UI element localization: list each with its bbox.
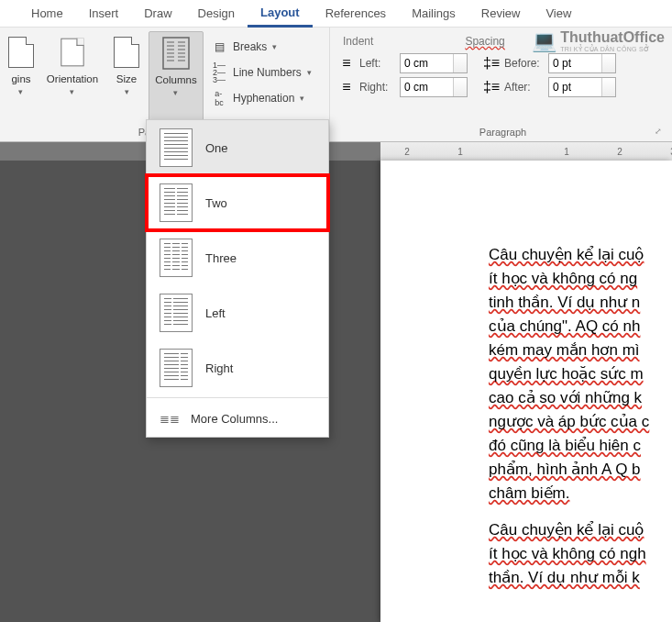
spacing-after-icon: ‡≡ [484,80,499,94]
indent-left-icon: ≡ [339,56,354,71]
margins-button[interactable]: gins▾ [6,31,37,125]
columns-one[interactable]: One [147,120,328,175]
ribbon: gins▾ Orientation▾ Size▾ Columns▾ ▤ Brea… [0,28,672,142]
one-column-icon [160,128,193,167]
after-label: After: [504,81,543,94]
watermark-logo: 💻 ThuthuatOffice TRI KỶ CỦA DÂN CÔNG SỞ [532,29,665,53]
document-area: 2 1 1 2 3 4 Câu chuyện kể lại cuộít học … [0,142,672,622]
three-column-icon [160,239,193,277]
logo-icon: 💻 [532,29,556,53]
breaks-icon: ▤ [211,39,227,54]
line-numbers-button[interactable]: 1—2—3— Line Numbers ▾ [207,62,315,83]
right-label: Right: [359,81,394,94]
left-label: Left: [359,57,394,70]
paragraph-launcher[interactable]: ⤢ [652,127,665,139]
group-label-paragraph: Paragraph ⤢ [339,125,666,139]
left-column-icon [160,294,193,332]
tab-design[interactable]: Design [185,0,248,28]
ribbon-tabs: Home Insert Draw Design Layout Reference… [0,0,672,28]
tab-insert[interactable]: Insert [76,0,132,28]
size-icon [112,35,141,70]
indent-right-icon: ≡ [339,80,354,94]
right-column-icon [160,349,193,387]
spacing-before-icon: ‡≡ [484,56,499,71]
size-button[interactable]: Size▾ [108,31,145,125]
indent-right-input[interactable]: 0 cm [400,77,468,97]
before-label: Before: [504,57,543,70]
menu-separator [147,397,328,398]
tab-review[interactable]: Review [468,0,534,28]
indent-left-input[interactable]: 0 cm [400,53,468,73]
document-text[interactable]: Câu chuyện kể lại cuộít học và không có … [380,161,672,590]
tab-mailings[interactable]: Mailings [399,0,468,28]
tab-layout[interactable]: Layout [248,0,313,28]
hyphenation-button[interactable]: a-bc Hyphenation ▾ [207,88,315,108]
tab-draw[interactable]: Draw [131,0,184,28]
columns-button[interactable]: Columns▾ [149,31,204,125]
columns-two[interactable]: Two [147,175,328,230]
line-numbers-icon: 1—2—3— [211,65,227,80]
more-columns[interactable]: ≣≣ More Columns... [147,400,328,437]
two-column-icon [160,183,193,222]
columns-three[interactable]: Three [147,230,328,285]
spacing-after-input[interactable]: 0 pt [548,77,616,97]
columns-dropdown: One Two Three Left Right ≣≣ More Columns… [146,119,329,438]
document-page[interactable]: Câu chuyện kể lại cuộít học và không có … [380,161,672,622]
horizontal-ruler[interactable]: 2 1 1 2 3 4 [380,142,672,161]
orientation-button[interactable]: Orientation▾ [40,31,105,125]
more-columns-icon: ≣≣ [160,412,178,426]
hyphenation-icon: a-bc [211,91,227,106]
orientation-icon [58,35,87,70]
page-setup-small: ▤ Breaks ▾ 1—2—3— Line Numbers ▾ a-bc Hy… [207,31,315,125]
columns-left[interactable]: Left [147,285,328,340]
tab-view[interactable]: View [533,0,584,28]
columns-icon [161,36,191,71]
tab-home[interactable]: Home [18,0,76,28]
indent-heading: Indent [343,35,373,48]
tab-references[interactable]: References [313,0,399,28]
columns-right[interactable]: Right [147,340,328,395]
spacing-heading: Spacing [465,35,504,48]
spacing-before-input[interactable]: 0 pt [548,53,616,73]
margins-icon [6,35,36,70]
breaks-button[interactable]: ▤ Breaks ▾ [207,37,315,57]
